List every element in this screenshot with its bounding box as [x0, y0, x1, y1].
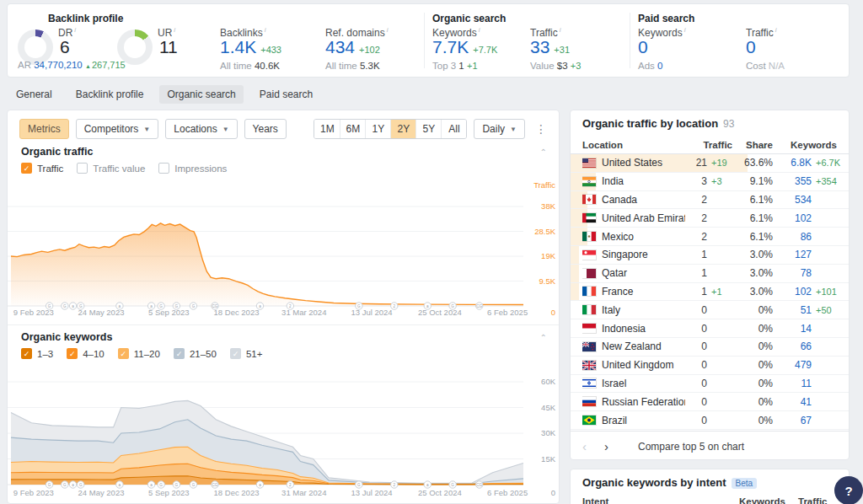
metrics-button[interactable]: Metrics	[19, 119, 69, 139]
checkbox-1–3[interactable]	[21, 348, 32, 359]
svg-text:24 May 2023: 24 May 2023	[78, 308, 125, 317]
range-button-all[interactable]: All	[441, 120, 466, 138]
table-row[interactable]: United Arab Emirates26.1%102	[571, 209, 849, 228]
table-row[interactable]: Indonesia00%14	[571, 319, 849, 338]
table-row[interactable]: Russian Federation00%41	[571, 393, 849, 411]
organic-keywords-chart[interactable]: 60K45K30K15KGGaGaaGGGCGa2G2aGCG9 Feb 202…	[8, 368, 560, 504]
tab-general[interactable]: General	[8, 85, 60, 104]
svg-text:CG: CG	[476, 483, 482, 487]
range-button-1y[interactable]: 1Y	[365, 120, 390, 138]
keywords-value[interactable]: 479	[773, 359, 812, 371]
ar-value[interactable]: 34,770,210	[34, 60, 83, 70]
flag-icon-ae	[582, 213, 596, 223]
location-table: United States21+1963.6%6.8K+6.7KIndia3+3…	[571, 154, 849, 430]
table-row[interactable]: United Kingdom00%479	[571, 357, 849, 375]
table-row[interactable]: New Zealand00%66	[571, 338, 849, 357]
flag-icon-mx	[582, 232, 596, 241]
competitors-dropdown[interactable]: Competitors▼	[76, 119, 159, 139]
row-grid: Singapore13.0%127	[571, 246, 849, 264]
svg-text:18 Dec 2023: 18 Dec 2023	[214, 308, 260, 317]
table-row[interactable]: Israel00%11	[571, 375, 849, 394]
legend-item-Traffic: Traffic	[21, 163, 63, 174]
help-button[interactable]: ?	[834, 476, 863, 504]
country-label: France	[602, 286, 633, 298]
row-grid: United States21+1963.6%6.8K+6.7K	[571, 154, 849, 172]
country-name: Israel	[582, 378, 685, 389]
column-header-share[interactable]: Share	[732, 140, 773, 150]
next-page-icon[interactable]: ›	[604, 439, 626, 453]
share-value: 0%	[732, 323, 773, 335]
keywords-value[interactable]: 102	[773, 212, 812, 224]
traffic-delta: +19	[707, 158, 732, 168]
range-button-6m[interactable]: 6M	[340, 120, 365, 138]
column-header-location[interactable]: Location	[582, 140, 685, 150]
column-header-traffic[interactable]: Traffic	[798, 496, 837, 504]
backlinks-value[interactable]: 1.4K+433	[220, 38, 281, 56]
tab-paid-search[interactable]: Paid search	[252, 85, 320, 104]
keywords-value[interactable]: 66	[773, 340, 812, 352]
row-grid: Mexico26.1%86	[571, 228, 849, 245]
range-button-5y[interactable]: 5Y	[415, 120, 441, 138]
share-value: 9.1%	[732, 175, 773, 187]
keywords-value[interactable]: 78	[773, 267, 812, 279]
table-row[interactable]: France1+13.0%102+101	[571, 283, 849, 302]
range-button-1m[interactable]: 1M	[314, 120, 340, 138]
svg-text:0: 0	[551, 488, 555, 497]
table-row[interactable]: Singapore13.0%127	[571, 246, 849, 265]
keywords-value[interactable]: 51	[773, 304, 812, 316]
prev-page-icon[interactable]: ‹	[582, 439, 604, 453]
share-value: 6.1%	[732, 212, 773, 224]
checkbox-51+[interactable]	[230, 348, 241, 359]
column-header-keywords[interactable]: Keywords	[739, 496, 798, 504]
keywords-value[interactable]: 11	[773, 378, 812, 389]
collapse-chevron-icon[interactable]: ⌃	[540, 333, 547, 342]
keywords-value[interactable]: 127	[773, 249, 812, 260]
country-name: Russian Federation	[582, 396, 685, 408]
table-row[interactable]: India3+39.1%355+354	[571, 173, 849, 191]
checkbox-Traffic-value[interactable]	[77, 163, 88, 174]
checkbox-21–50[interactable]	[174, 348, 185, 359]
os-traffic-value[interactable]: 33+31	[530, 38, 570, 56]
intent-title-text: Organic keywords by intent	[582, 476, 726, 489]
keywords-value[interactable]: 41	[773, 396, 812, 408]
traffic-value: 0	[685, 378, 707, 389]
column-header-traffic[interactable]: Traffic	[685, 140, 732, 150]
svg-text:CG: CG	[212, 483, 218, 487]
ref-domains-value[interactable]: 434+102	[325, 38, 380, 56]
table-row[interactable]: Mexico26.1%86	[571, 228, 849, 246]
os-keywords-value[interactable]: 7.7K+7.7K	[432, 38, 497, 56]
country-name: India	[582, 175, 685, 187]
flag-icon-fr	[582, 287, 596, 296]
checkbox-Traffic[interactable]	[21, 163, 32, 174]
checkbox-Impressions[interactable]	[158, 163, 169, 174]
granularity-dropdown[interactable]: Daily▼	[474, 119, 525, 139]
keywords-value[interactable]: 67	[773, 415, 812, 426]
table-row[interactable]: Qatar13.0%78	[571, 265, 849, 283]
organic-traffic-chart[interactable]: 38K28.5K19K9.5KTrafficGGaGaaGGGCGa2G2aGC…	[8, 174, 560, 324]
table-row[interactable]: United States21+1963.6%6.8K+6.7K	[571, 154, 849, 173]
ps-keywords-value[interactable]: 0	[638, 38, 648, 56]
collapse-chevron-icon[interactable]: ⌃	[540, 147, 547, 157]
keywords-value[interactable]: 534	[773, 194, 812, 206]
tab-organic-search[interactable]: Organic search	[159, 85, 243, 104]
locations-dropdown[interactable]: Locations▼	[165, 119, 237, 139]
keywords-value[interactable]: 86	[773, 231, 812, 243]
keywords-value[interactable]: 14	[773, 323, 812, 335]
keywords-value[interactable]: 355	[773, 175, 812, 187]
table-row[interactable]: Brazil00%67	[571, 411, 849, 430]
range-button-2y[interactable]: 2Y	[390, 120, 415, 138]
checkbox-4–10[interactable]	[67, 348, 78, 359]
svg-text:18 Dec 2023: 18 Dec 2023	[214, 488, 260, 497]
tab-backlink-profile[interactable]: Backlink profile	[68, 85, 152, 104]
kebab-menu-icon[interactable]: ⋮	[532, 122, 550, 136]
years-button[interactable]: Years	[244, 119, 287, 139]
checkbox-11–20[interactable]	[118, 348, 129, 359]
keywords-value[interactable]: 6.8K	[773, 157, 812, 169]
keywords-value[interactable]: 102	[773, 286, 812, 298]
ps-traffic-value[interactable]: 0	[746, 38, 756, 56]
table-row[interactable]: Canada26.1%534	[571, 191, 849, 210]
column-header-keywords[interactable]: Keywords	[773, 140, 837, 150]
compare-top5-link[interactable]: Compare top 5 on chart	[638, 441, 744, 453]
column-header-intent[interactable]: Intent	[582, 496, 739, 504]
table-row[interactable]: Italy00%51+50	[571, 301, 849, 319]
